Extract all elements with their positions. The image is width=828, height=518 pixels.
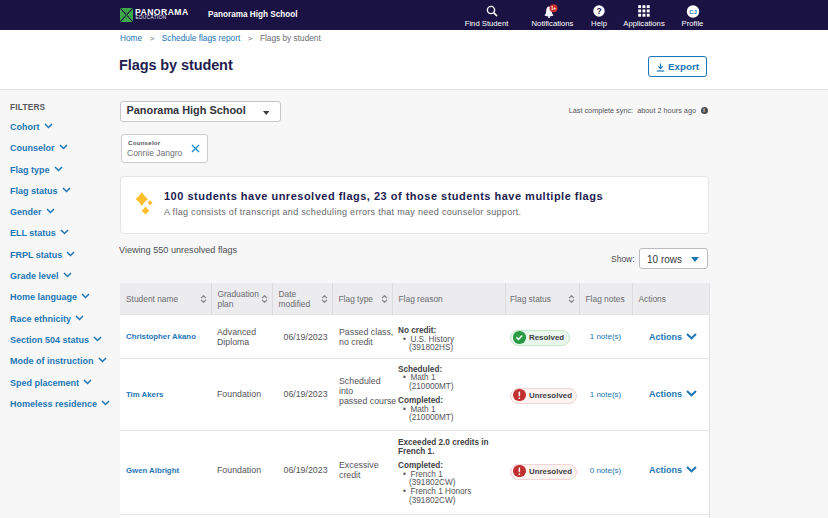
svg-text:?: ? xyxy=(596,6,601,16)
svg-text:1+: 1+ xyxy=(550,6,556,11)
svg-text:CJ: CJ xyxy=(689,9,697,15)
